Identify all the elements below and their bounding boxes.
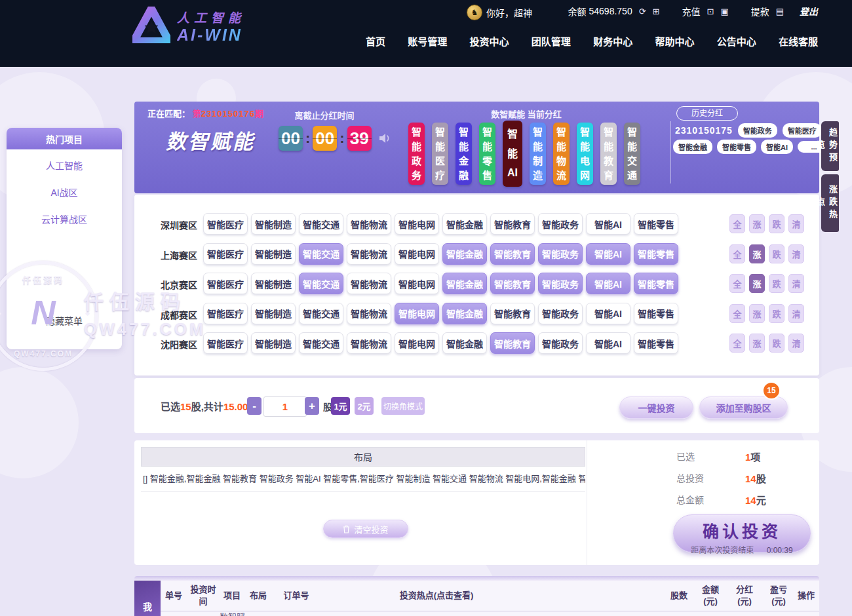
mini-button-涨[interactable]: 涨 — [749, 334, 765, 353]
zone-button-智能政务[interactable]: 智能政务 — [538, 213, 583, 235]
zone-button-智能电网[interactable]: 智能电网 — [395, 303, 439, 324]
zone-button-智能制造[interactable]: 智能制造 — [251, 273, 296, 294]
nav-item-announcements[interactable]: 公告中心 — [717, 34, 756, 48]
zone-button-智能零售[interactable]: 智能零售 — [634, 303, 678, 324]
nav-item-team[interactable]: 团队管理 — [532, 34, 571, 48]
zone-button-智能交通[interactable]: 智能交通 — [299, 303, 343, 324]
refresh-balance-icon[interactable]: ⟳ — [639, 7, 646, 16]
withdraw-link[interactable]: 提款 — [751, 5, 769, 18]
mini-button-涨[interactable]: 涨 — [749, 214, 765, 233]
mini-button-全[interactable]: 全 — [729, 214, 745, 233]
mini-button-全[interactable]: 全 — [729, 334, 745, 353]
mini-button-清[interactable]: 清 — [788, 274, 804, 293]
zone-button-智能交通[interactable]: 智能交通 — [299, 213, 343, 235]
zone-button-智能制造[interactable]: 智能制造 — [251, 243, 296, 265]
one-key-invest-button[interactable]: 一键投资 — [619, 396, 693, 419]
mini-button-清[interactable]: 清 — [788, 214, 804, 233]
quantity-input[interactable] — [263, 396, 307, 417]
mini-button-清[interactable]: 清 — [788, 244, 804, 263]
denom-1yuan-button[interactable]: 1元 — [331, 397, 350, 415]
switch-mode-button[interactable]: 切换角模式 — [381, 397, 425, 415]
nav-item-service[interactable]: 在线客服 — [779, 34, 818, 48]
recharge-link[interactable]: 充值 — [682, 5, 701, 18]
denom-2yuan-button[interactable]: 2元 — [355, 397, 374, 415]
zone-button-智能物流[interactable]: 智能物流 — [347, 273, 391, 294]
quantity-plus-button[interactable]: + — [305, 397, 319, 415]
zone-button-智能AI[interactable]: 智能AI — [586, 303, 630, 324]
zone-button-智能物流[interactable]: 智能物流 — [347, 303, 391, 324]
zone-button-智能制造[interactable]: 智能制造 — [251, 303, 296, 324]
zone-button-智能AI[interactable]: 智能AI — [586, 213, 630, 235]
nav-item-help[interactable]: 帮助中心 — [655, 34, 694, 48]
zone-button-智能医疗[interactable]: 智能医疗 — [203, 273, 248, 294]
recharge-icon[interactable]: ⊡ — [707, 7, 714, 16]
nav-item-invest-center[interactable]: 投资中心 — [470, 34, 509, 48]
zone-button-智能制造[interactable]: 智能制造 — [251, 332, 296, 354]
zone-button-智能制造[interactable]: 智能制造 — [251, 213, 296, 235]
zone-button-智能政务[interactable]: 智能政务 — [538, 243, 583, 265]
balance-detail-icon[interactable]: ⊞ — [653, 7, 660, 16]
zone-button-智能政务[interactable]: 智能政务 — [538, 303, 583, 324]
zone-button-智能教育[interactable]: 智能教育 — [490, 332, 535, 354]
mini-button-跌[interactable]: 跌 — [769, 244, 784, 263]
mini-button-清[interactable]: 清 — [788, 304, 804, 323]
zone-button-智能金融[interactable]: 智能金融 — [442, 332, 487, 354]
my-orders-tab[interactable]: 我 — [134, 581, 161, 616]
zone-button-智能医疗[interactable]: 智能医疗 — [203, 243, 248, 265]
zone-button-智能交通[interactable]: 智能交通 — [299, 273, 343, 294]
mini-button-跌[interactable]: 跌 — [769, 214, 784, 233]
zone-button-智能金融[interactable]: 智能金融 — [442, 273, 487, 294]
mini-button-跌[interactable]: 跌 — [769, 304, 784, 323]
mini-button-全[interactable]: 全 — [729, 304, 745, 323]
zone-button-智能教育[interactable]: 智能教育 — [490, 213, 535, 235]
panel-icon[interactable]: ▣ — [720, 7, 728, 16]
mini-button-清[interactable]: 清 — [788, 334, 804, 353]
zone-button-智能交通[interactable]: 智能交通 — [299, 332, 343, 354]
zone-button-智能物流[interactable]: 智能物流 — [347, 213, 391, 235]
zone-button-智能AI[interactable]: 智能AI — [586, 273, 630, 294]
zone-button-智能教育[interactable]: 智能教育 — [490, 303, 535, 324]
quantity-minus-button[interactable]: - — [247, 397, 261, 415]
sidebar-item-ai-zone[interactable]: AI战区 — [7, 180, 122, 203]
sidebar-item-ai[interactable]: 人工智能 — [7, 153, 122, 176]
mini-button-全[interactable]: 全 — [729, 244, 745, 263]
add-to-cart-button[interactable]: 添加至购股区 — [699, 396, 788, 419]
speaker-icon[interactable] — [378, 132, 392, 145]
withdraw-icon[interactable]: ▤ — [776, 7, 784, 16]
rise-fall-hotspot-tab[interactable]: 涨跌热点 — [821, 174, 839, 232]
nav-item-account[interactable]: 账号管理 — [408, 34, 447, 48]
zone-button-智能AI[interactable]: 智能AI — [586, 332, 630, 354]
zone-button-智能零售[interactable]: 智能零售 — [634, 273, 678, 294]
zone-button-智能医疗[interactable]: 智能医疗 — [203, 213, 248, 235]
zone-button-智能教育[interactable]: 智能教育 — [490, 243, 535, 265]
zone-button-智能电网[interactable]: 智能电网 — [395, 243, 439, 265]
zone-button-智能零售[interactable]: 智能零售 — [634, 243, 678, 265]
zone-button-智能零售[interactable]: 智能零售 — [634, 213, 678, 235]
mini-button-全[interactable]: 全 — [729, 274, 745, 293]
zone-button-智能教育[interactable]: 智能教育 — [490, 273, 535, 294]
mini-button-涨[interactable]: 涨 — [749, 304, 765, 323]
confirm-invest-button[interactable]: 确认投资 距离本次投资结束 0:00:39 — [673, 514, 811, 552]
mini-button-跌[interactable]: 跌 — [769, 274, 784, 293]
zone-button-智能金融[interactable]: 智能金融 — [442, 213, 487, 235]
zone-button-智能物流[interactable]: 智能物流 — [347, 243, 391, 265]
zone-button-智能医疗[interactable]: 智能医疗 — [203, 332, 248, 354]
zone-button-智能交通[interactable]: 智能交通 — [299, 243, 343, 265]
zone-button-智能医疗[interactable]: 智能医疗 — [203, 303, 248, 324]
zone-button-智能政务[interactable]: 智能政务 — [538, 273, 583, 294]
clear-invest-button[interactable]: 清空投资 — [323, 520, 408, 538]
mini-button-涨[interactable]: 涨 — [749, 244, 765, 263]
zone-button-智能零售[interactable]: 智能零售 — [634, 332, 678, 354]
mini-button-涨[interactable]: 涨 — [749, 274, 765, 293]
trend-preview-tab[interactable]: 趋势预览 — [821, 121, 839, 171]
zone-button-智能金融[interactable]: 智能金融 — [442, 243, 487, 265]
nav-item-finance[interactable]: 财务中心 — [593, 34, 632, 48]
zone-button-智能AI[interactable]: 智能AI — [586, 243, 630, 265]
zone-button-智能电网[interactable]: 智能电网 — [395, 273, 439, 294]
history-dividend-button[interactable]: 历史分红 — [676, 106, 738, 121]
zone-button-智能电网[interactable]: 智能电网 — [395, 332, 439, 354]
zone-button-智能电网[interactable]: 智能电网 — [395, 213, 439, 235]
zone-button-智能政务[interactable]: 智能政务 — [538, 332, 583, 354]
mini-button-跌[interactable]: 跌 — [769, 334, 784, 353]
nav-item-home[interactable]: 首页 — [366, 34, 385, 48]
